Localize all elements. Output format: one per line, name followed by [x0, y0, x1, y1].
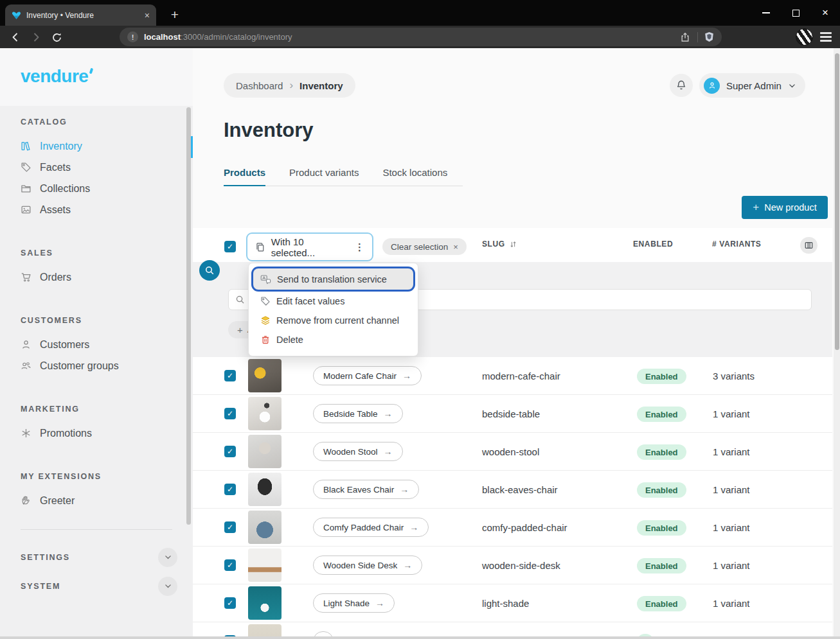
sidebar-item-customers[interactable]: Customers — [21, 334, 193, 355]
reload-button[interactable] — [49, 30, 64, 45]
page-scrollbar[interactable] — [834, 48, 840, 636]
product-thumbnail[interactable] — [248, 359, 281, 392]
new-tab-button[interactable]: + — [166, 6, 184, 24]
menu-item-delete[interactable]: Delete — [253, 330, 413, 349]
bulk-actions-button[interactable]: With 10 selected... ⋮ — [246, 232, 373, 261]
row-checkbox[interactable]: ✓ — [224, 446, 236, 457]
breadcrumb[interactable]: Dashboard › Inventory — [224, 73, 355, 98]
table-row: ✓ Modern Cafe Chair→ modern-cafe-chair E… — [193, 357, 832, 395]
table-row: ✓ — [193, 622, 832, 636]
browser-menu-icon[interactable] — [820, 32, 832, 42]
product-thumbnail[interactable] — [248, 435, 281, 468]
table-row: ✓ Wooden Stool→ wooden-stool Enabled 1 v… — [193, 433, 832, 471]
product-slug: bedside-table — [482, 408, 540, 419]
breadcrumb-dashboard[interactable]: Dashboard — [236, 80, 283, 91]
select-all-checkbox[interactable]: ✓ — [224, 241, 236, 252]
chevron-down-icon[interactable] — [158, 548, 177, 567]
browser-profile-avatar[interactable] — [796, 28, 813, 46]
forward-button[interactable] — [28, 30, 44, 45]
sidebar-item-facets[interactable]: Facets — [21, 157, 193, 178]
column-settings-button[interactable] — [800, 237, 818, 254]
inventory-icon — [21, 141, 31, 152]
variant-count: 1 variant — [713, 446, 750, 457]
variant-count: 3 variants — [713, 371, 755, 381]
close-button[interactable]: × — [810, 0, 840, 26]
product-name-link[interactable]: Black Eaves Chair→ — [313, 480, 419, 499]
sidebar-item-orders[interactable]: Orders — [21, 267, 193, 288]
bulk-actions-menu: Send to translation service Edit facet v… — [248, 263, 418, 356]
search-icon — [235, 295, 245, 304]
plus-icon: + — [753, 201, 759, 214]
section-label-my-extensions: MY EXTENSIONS — [21, 472, 193, 481]
product-thumbnail[interactable] — [248, 397, 281, 430]
back-button[interactable] — [8, 30, 23, 45]
maximize-button[interactable] — [781, 0, 810, 26]
sidebar-divider — [21, 529, 172, 530]
share-icon[interactable] — [679, 32, 691, 42]
product-thumbnail[interactable] — [248, 548, 281, 582]
product-thumbnail[interactable] — [248, 473, 281, 506]
row-checkbox[interactable]: ✓ — [224, 559, 236, 571]
sidebar-item-greeter[interactable]: Greeter — [21, 490, 193, 511]
chevron-down-icon[interactable] — [158, 577, 177, 596]
notifications-button[interactable] — [670, 74, 693, 97]
column-header-slug[interactable]: SLUG — [482, 240, 517, 249]
vendure-logo[interactable]: vendure — [21, 66, 88, 87]
chevron-down-icon — [788, 82, 796, 90]
product-name-link[interactable]: Wooden Stool→ — [313, 442, 403, 461]
table-row: ✓ Light Shade→ light-shade Enabled 1 var… — [193, 584, 832, 622]
menu-item-edit-facet-values[interactable]: Edit facet values — [253, 292, 413, 311]
row-checkbox[interactable]: ✓ — [224, 484, 236, 495]
tab-close-icon[interactable]: × — [145, 11, 150, 20]
url-host: localhost — [144, 32, 181, 42]
image-icon — [21, 204, 31, 215]
tab-product-variants[interactable]: Product variants — [289, 167, 359, 186]
sidebar-item-assets[interactable]: Assets — [21, 199, 193, 220]
menu-item-remove-from-channel[interactable]: Remove from current channel — [253, 311, 413, 330]
sidebar-item-inventory[interactable]: Inventory — [21, 136, 193, 157]
new-product-button[interactable]: + New product — [742, 196, 828, 219]
sidebar-item-customer-groups[interactable]: Customer groups — [21, 355, 193, 376]
page-scrollbar-thumb[interactable] — [835, 53, 839, 350]
table-rows: ✓ Modern Cafe Chair→ modern-cafe-chair E… — [193, 357, 832, 636]
product-name-link[interactable]: Bedside Table→ — [313, 404, 403, 423]
minimize-button[interactable] — [751, 0, 781, 26]
product-thumbnail[interactable] — [248, 586, 281, 620]
site-info-icon[interactable]: ! — [127, 31, 138, 42]
row-checkbox[interactable]: ✓ — [224, 597, 236, 609]
browser-tab[interactable]: Inventory • Vendure × — [5, 4, 156, 26]
sidebar-item-settings[interactable]: SETTINGS — [21, 547, 177, 568]
url-bar[interactable]: ! localhost:3000/admin/catalog/inventory — [120, 28, 722, 46]
product-name-link[interactable] — [313, 631, 334, 636]
row-checkbox[interactable]: ✓ — [224, 521, 236, 533]
user-menu[interactable]: Super Admin — [699, 73, 805, 98]
tab-products[interactable]: Products — [224, 167, 265, 186]
product-name-link[interactable]: Comfy Padded Chair→ — [313, 518, 429, 537]
status-badge: Enabled — [637, 407, 686, 422]
sidebar-item-system[interactable]: SYSTEM — [21, 575, 177, 597]
window-controls: × — [751, 0, 840, 26]
row-checkbox[interactable]: ✓ — [224, 370, 236, 381]
person-icon — [21, 339, 31, 350]
sidebar-item-promotions[interactable]: Promotions — [21, 423, 193, 444]
arrow-right-icon: → — [402, 371, 411, 381]
product-name-link[interactable]: Wooden Side Desk→ — [313, 556, 422, 575]
product-thumbnail[interactable] — [248, 511, 281, 544]
main-content: Dashboard › Inventory Super Admin Invent… — [193, 48, 840, 636]
browser-window: Inventory • Vendure × + × ! localhost:30… — [0, 0, 840, 639]
sidebar-item-collections[interactable]: Collections — [21, 178, 193, 199]
arrow-right-icon: → — [384, 408, 393, 419]
product-name-link[interactable]: Light Shade→ — [313, 593, 395, 613]
tab-stock-locations[interactable]: Stock locations — [382, 167, 447, 186]
clear-selection-button[interactable]: Clear selection × — [382, 238, 467, 255]
row-checkbox[interactable]: ✓ — [224, 408, 236, 419]
brave-shield-icon[interactable] — [704, 31, 714, 42]
product-thumbnail[interactable] — [248, 624, 281, 636]
plus-icon: + — [237, 324, 243, 335]
sidebar-scrollbar[interactable] — [186, 107, 191, 525]
arrow-right-icon: → — [409, 522, 418, 532]
product-slug: black-eaves-chair — [482, 484, 558, 495]
menu-item-send-translation[interactable]: Send to translation service — [253, 268, 413, 290]
search-toggle-button[interactable] — [199, 260, 220, 281]
product-name-link[interactable]: Modern Cafe Chair→ — [313, 366, 422, 385]
